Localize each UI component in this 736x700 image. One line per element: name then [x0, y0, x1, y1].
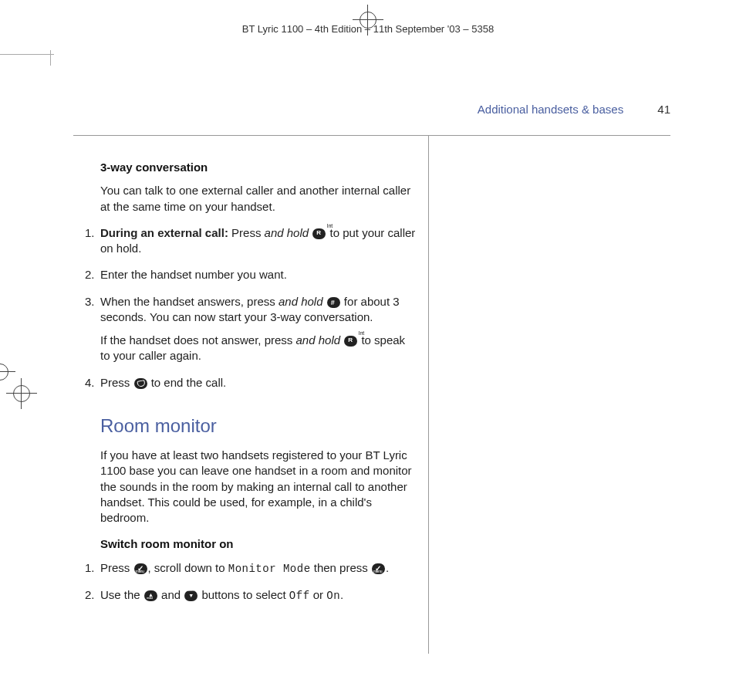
crop-mark-left: [0, 361, 11, 383]
heading-3way: 3-way conversation: [100, 160, 417, 175]
hash-icon: [327, 297, 340, 308]
down-calls-icon: [184, 590, 198, 601]
document-header: BT Lyric 1100 – 4th Edition – 11th Septe…: [0, 23, 736, 35]
step-4: 4. Press to end the call.: [85, 375, 417, 391]
up-redial-icon: [144, 590, 157, 601]
menu-check-icon: [134, 563, 147, 574]
r-int-icon: [344, 336, 357, 347]
r-int-icon: [312, 228, 326, 239]
rm-step-1: 1. Press , scroll down to Monitor Mode t…: [85, 560, 417, 577]
step-1: 1. During an external call: Press and ho…: [85, 225, 417, 257]
top-rule: [73, 135, 670, 136]
intro-room-monitor: If you have at least two handsets regist…: [100, 448, 417, 526]
end-call-icon: [134, 378, 147, 389]
column-rule: [428, 135, 429, 654]
crop-mark-right: [11, 383, 32, 404]
step-3: 3. When the handset answers, press and h…: [85, 294, 417, 364]
page-number: 41: [657, 103, 670, 116]
main-column: 3-way conversation You can talk to one e…: [100, 150, 417, 614]
heading-switch-on: Switch room monitor on: [100, 536, 417, 552]
menu-check-icon: [372, 563, 385, 574]
running-head: Additional handsets & bases 41: [478, 103, 670, 116]
trim-line: [50, 50, 51, 66]
step-2: 2.Enter the handset number you want.: [85, 267, 417, 282]
trim-line: [0, 54, 54, 55]
intro-3way: You can talk to one external caller and …: [100, 183, 417, 215]
section-title: Additional handsets & bases: [478, 103, 623, 116]
rm-step-2: 2. Use the and buttons to select Off or …: [85, 587, 417, 604]
heading-room-monitor: Room monitor: [100, 414, 417, 438]
